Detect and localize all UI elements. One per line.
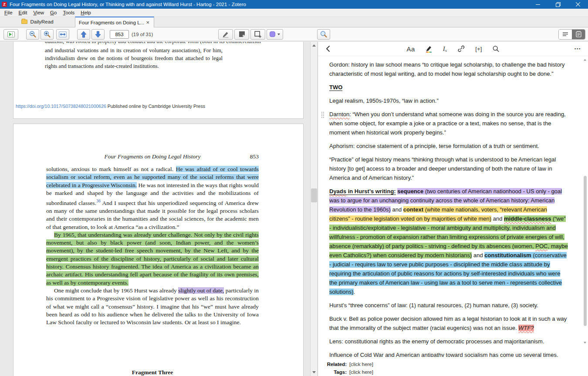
- tags-value[interactable]: [click here]: [349, 369, 373, 375]
- pdf-page-19: Four Fragments on Doing Legal History 85…: [13, 124, 304, 376]
- text-run: WTF?: [518, 325, 534, 331]
- text-run: By 1965, that understanding was already …: [46, 232, 259, 286]
- text-run: “Practice” of legal history means “think…: [329, 156, 556, 181]
- search-icon: [320, 30, 328, 38]
- window-title: Four Fragments on Doing Legal History, o…: [10, 2, 528, 7]
- clear-formatting-button[interactable]: Ix: [443, 45, 447, 53]
- area-tool-button[interactable]: [250, 29, 265, 40]
- zoom-in-button[interactable]: [41, 29, 54, 40]
- area-select-icon: [254, 31, 261, 38]
- text-run: and: [391, 206, 403, 213]
- more-options-button[interactable]: ⋯: [574, 45, 581, 53]
- back-button[interactable]: [326, 45, 330, 52]
- note-scroll-up-arrow[interactable]: [583, 57, 587, 62]
- text-run: POC: [535, 243, 547, 249]
- note-scroll-down-arrow[interactable]: [583, 340, 587, 345]
- note-scrollbar-thumb[interactable]: [584, 176, 587, 326]
- zoom-out-icon: [29, 30, 37, 38]
- note-block-dyads: Dyads in Hurst’s writing: sequence (two …: [329, 187, 568, 296]
- insert-citation-button[interactable]: [+]: [475, 46, 482, 52]
- tab-reader[interactable]: Four Fragments on Doing L... ×: [75, 17, 154, 27]
- folder-icon: [21, 20, 27, 24]
- sticky-note-icon: [239, 31, 245, 37]
- link-icon: [457, 45, 465, 52]
- next-page-button[interactable]: [91, 29, 105, 40]
- minimize-button[interactable]: [528, 0, 548, 9]
- sidebar-view-toggle: [558, 29, 585, 40]
- note-block-lens: Lens: constitutional rights as the enemy…: [329, 337, 568, 346]
- text-run: One might conclude that by 1965 Hurst wa…: [54, 287, 178, 294]
- menu-go[interactable]: Go: [47, 9, 60, 16]
- page-down-icon: [95, 31, 101, 38]
- note-block-three-concerns: Hurst’s “three concerns” of law: (1) nat…: [329, 301, 568, 310]
- text-run: constitutionalism: [484, 252, 531, 258]
- chevron-down-icon: [277, 34, 280, 35]
- menu-help[interactable]: Help: [78, 9, 94, 16]
- highlighter-icon: [222, 31, 230, 38]
- page-number-input[interactable]: [110, 30, 129, 39]
- note-scrollbar[interactable]: [582, 57, 588, 357]
- text-format-button[interactable]: Aa: [406, 45, 415, 53]
- text-run: Aphorism: concise statement of a princip…: [329, 143, 539, 149]
- text-run: sequence: [397, 188, 423, 195]
- text-run: TWO: [329, 84, 342, 91]
- pdf-scrollbar[interactable]: [310, 42, 318, 376]
- text-lines-icon: [562, 32, 568, 37]
- running-title: Four Fragments on Doing Legal History: [46, 153, 259, 160]
- text-run: Hurst’s “three concerns” of law: (1) nat…: [329, 302, 538, 309]
- doi-link[interactable]: https://doi.org/10.1017/S073824802100062…: [16, 104, 106, 109]
- note-footer: Related: [click here] Tags: [click here]: [318, 359, 588, 376]
- related-value[interactable]: [click here]: [349, 362, 373, 367]
- pdf-scrollbar-thumb[interactable]: [311, 188, 317, 202]
- tab-reader-label: Four Fragments on Doing L...: [79, 20, 144, 25]
- menu-edit[interactable]: Edit: [16, 9, 30, 16]
- pdf-paragraph: and industrial variations and in its cre…: [45, 47, 223, 70]
- pdf-paragraph: solutions, anxious to mark himself as no…: [46, 165, 259, 231]
- pdf-viewer-pane[interactable]: dualism, was rooted in property and cond…: [0, 42, 310, 376]
- zoom-page-width-button[interactable]: [56, 29, 69, 40]
- note-block-darnton: Darnton: “When you don’t understand what…: [329, 110, 568, 137]
- note-tool-button[interactable]: [234, 29, 249, 40]
- doi-footer: https://doi.org/10.1017/S073824802100062…: [16, 104, 205, 109]
- highlight-text-button[interactable]: [426, 45, 433, 53]
- text-run: middle-classness: [504, 215, 551, 222]
- menu-view[interactable]: View: [30, 9, 47, 16]
- note-block-aphorism: Aphorism: concise statement of a princip…: [329, 141, 568, 151]
- note-block-two-heading: TWO: [329, 83, 568, 92]
- zotero-window: Z Four Fragments on Doing Legal History,…: [0, 0, 588, 376]
- drag-handle[interactable]: [321, 111, 324, 121]
- previous-page-button[interactable]: [77, 29, 90, 40]
- text-run: 36: [96, 199, 100, 203]
- search-icon: [493, 45, 500, 52]
- menu-file[interactable]: File: [1, 9, 16, 16]
- note-block-buck-v-bell: Buck v. Bell as police power decision al…: [329, 314, 568, 332]
- toggle-sidebar-button[interactable]: [3, 29, 18, 40]
- highlight-tool-button[interactable]: [218, 29, 233, 40]
- menu-tools[interactable]: Tools: [60, 9, 78, 16]
- zoom-in-icon: [43, 30, 51, 38]
- text-run: and: [472, 252, 484, 258]
- restore-button[interactable]: [548, 0, 568, 9]
- note-editor-pane: Aa Ix: [318, 42, 588, 376]
- notes-view-button[interactable]: [572, 30, 585, 39]
- chevron-left-icon: [326, 45, 330, 52]
- text-run: Lens: constitutional rights as the enemy…: [329, 338, 544, 345]
- annotation-color-picker[interactable]: [267, 29, 283, 40]
- search-note-button[interactable]: [493, 45, 500, 52]
- page-count-label: (19 of 31): [132, 32, 153, 37]
- close-button[interactable]: [568, 0, 588, 9]
- highlight-pen-icon: [426, 45, 433, 53]
- scroll-down-arrow[interactable]: [311, 369, 318, 376]
- zoom-out-button[interactable]: [26, 29, 39, 40]
- annotations-view-button[interactable]: [559, 30, 572, 39]
- find-in-document-button[interactable]: [317, 29, 330, 40]
- tab-library[interactable]: DailyRead: [0, 17, 75, 27]
- note-block-practice: “Practice” of legal history means “think…: [329, 155, 568, 182]
- text-run: Darnton: [329, 111, 349, 118]
- note-block-cold-war: Influence of Cold War and American antip…: [329, 350, 568, 357]
- tab-close-icon[interactable]: ×: [145, 19, 150, 26]
- insert-link-button[interactable]: [457, 45, 465, 52]
- clipped-text-line: dualism, was rooted in property and cond…: [45, 42, 265, 46]
- scroll-up-arrow[interactable]: [311, 42, 318, 49]
- note-content[interactable]: Gordon: history in law school means “to …: [318, 57, 588, 357]
